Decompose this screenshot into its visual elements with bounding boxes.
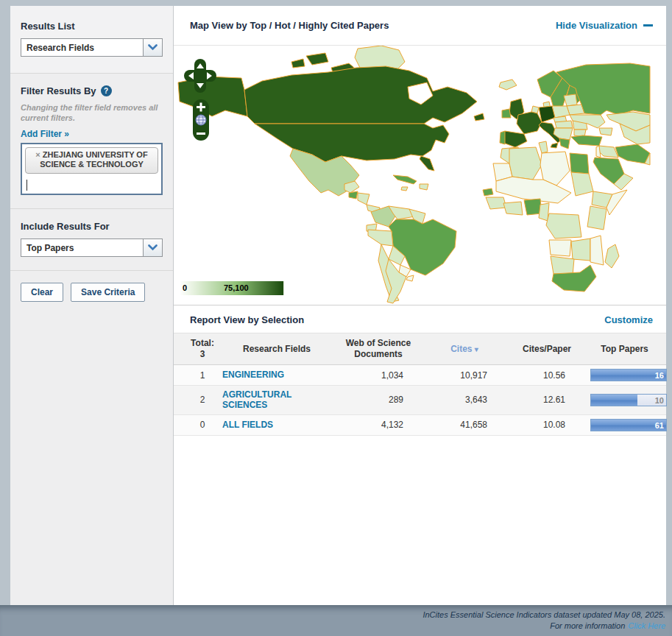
top-papers-value: 16: [655, 371, 664, 380]
help-icon[interactable]: ?: [101, 85, 112, 96]
hide-visualization-label: Hide Visualization: [556, 20, 637, 31]
main-panel: Map View by Top / Hot / Highly Cited Pap…: [174, 6, 666, 605]
top-papers-bar: 10: [590, 394, 667, 406]
include-results-section: Include Results For Top Papers: [10, 209, 173, 271]
report-table: Total: 3 Research Fields Web of Science …: [174, 333, 666, 436]
hide-visualization-link[interactable]: Hide Visualization: [556, 20, 653, 31]
filter-section: Filter Results By ? Changing the filter …: [10, 74, 173, 209]
research-field-link[interactable]: ENGINEERING: [222, 370, 331, 380]
top-papers-cell: 61: [590, 419, 668, 431]
click-here-link[interactable]: Click Here: [628, 621, 665, 632]
results-list-selected-value: Research Fields: [21, 39, 143, 56]
zoom-out-button: [197, 132, 205, 135]
chevron-down-icon[interactable]: [143, 39, 162, 56]
footer-dataset-note: InCites Essential Science Indicators dat…: [422, 610, 665, 621]
table-row: 2 AGRICULTURAL SCIENCES 289 3,643 12.61 …: [174, 386, 666, 415]
research-field-link[interactable]: ALL FIELDS: [222, 420, 331, 430]
minus-icon: [643, 24, 653, 26]
cites-value: 10,917: [425, 370, 503, 381]
wos-documents-value: 4,132: [331, 420, 425, 430]
clear-button[interactable]: Clear: [21, 283, 63, 302]
research-field-link[interactable]: AGRICULTURAL SCIENCES: [222, 389, 331, 411]
remove-icon[interactable]: ×: [35, 150, 40, 159]
sidebar: Results List Research Fields Filter Resu…: [10, 6, 174, 605]
save-criteria-button[interactable]: Save Criteria: [71, 283, 145, 302]
cites-per-paper-value: 10.08: [503, 420, 590, 430]
legend-min-value: 0: [183, 283, 187, 292]
map-zoom-control[interactable]: [192, 99, 210, 141]
top-papers-cell: 10: [590, 394, 668, 406]
results-list-dropdown[interactable]: Research Fields: [21, 38, 163, 57]
customize-link[interactable]: Customize: [604, 314, 653, 325]
map-legend: 0 75,100: [180, 281, 284, 295]
legend-max-value: 75,100: [224, 283, 249, 292]
text-cursor: [26, 180, 27, 191]
cites-per-paper-value: 12.61: [503, 395, 590, 405]
column-header-research-fields[interactable]: Research Fields: [222, 344, 331, 355]
app-window: Results List Research Fields Filter Resu…: [10, 6, 666, 605]
map-view-title: Map View by Top / Hot / Highly Cited Pap…: [190, 20, 389, 31]
row-rank: 1: [183, 370, 222, 381]
table-header-row: Total: 3 Research Fields Web of Science …: [174, 333, 666, 365]
filter-input-box[interactable]: ×ZHEJIANG UNIVERSITY OF SCIENCE & TECHNO…: [21, 143, 163, 196]
footer-more-info-text: For more information: [550, 621, 625, 632]
add-filter-link[interactable]: Add Filter »: [21, 129, 69, 139]
filter-chip-label: ZHEJIANG UNIVERSITY OF SCIENCE & TECHNOL…: [40, 150, 147, 169]
top-papers-value: 10: [655, 396, 664, 405]
table-row: 0 ALL FIELDS 4,132 41,658 10.08 61: [174, 415, 666, 436]
top-papers-bar: 61: [590, 419, 667, 431]
globe-icon: [196, 115, 206, 125]
column-header-wos-documents[interactable]: Web of Science Documents: [331, 338, 425, 360]
results-list-section: Results List Research Fields: [10, 6, 173, 74]
results-list-heading: Results List: [21, 21, 163, 32]
top-papers-bar: 16: [590, 369, 667, 381]
cites-value: 3,643: [425, 395, 503, 405]
wos-documents-value: 1,034: [331, 370, 425, 381]
filter-heading: Filter Results By: [21, 85, 96, 96]
top-papers-cell: 16: [590, 369, 668, 381]
filter-chip[interactable]: ×ZHEJIANG UNIVERSITY OF SCIENCE & TECHNO…: [25, 147, 158, 174]
report-view-header: Report View by Selection Customize: [174, 305, 666, 333]
row-rank: 2: [183, 395, 222, 405]
column-header-top-papers[interactable]: Top Papers: [590, 344, 659, 355]
world-map[interactable]: [174, 46, 666, 305]
total-count: Total: 3: [183, 338, 222, 360]
include-results-heading: Include Results For: [21, 221, 163, 232]
column-header-cites-sorted[interactable]: Cites ▾: [425, 344, 503, 355]
wos-documents-value: 289: [331, 395, 425, 405]
report-view-title: Report View by Selection: [190, 314, 304, 325]
include-results-selected-value: Top Papers: [21, 239, 143, 256]
map-view-header: Map View by Top / Hot / Highly Cited Pap…: [174, 6, 666, 46]
row-rank: 0: [183, 420, 222, 430]
filter-note: Changing the filter field removes all cu…: [21, 102, 163, 124]
sidebar-buttons: Clear Save Criteria: [10, 271, 173, 314]
map-container: 0 75,100: [174, 46, 666, 305]
column-header-cites-per-paper[interactable]: Cites/Paper: [503, 344, 590, 355]
cites-per-paper-value: 10.56: [503, 370, 590, 381]
table-row: 1 ENGINEERING 1,034 10,917 10.56 16: [174, 365, 666, 386]
top-papers-value: 61: [655, 421, 664, 430]
empty-area: [174, 436, 666, 605]
cites-value: 41,658: [425, 420, 503, 430]
include-results-dropdown[interactable]: Top Papers: [21, 239, 163, 257]
map-pan-control[interactable]: [184, 59, 216, 93]
footer: InCites Essential Science Indicators dat…: [0, 605, 672, 636]
sort-desc-icon: ▾: [475, 345, 478, 353]
chevron-down-icon[interactable]: [143, 239, 162, 256]
